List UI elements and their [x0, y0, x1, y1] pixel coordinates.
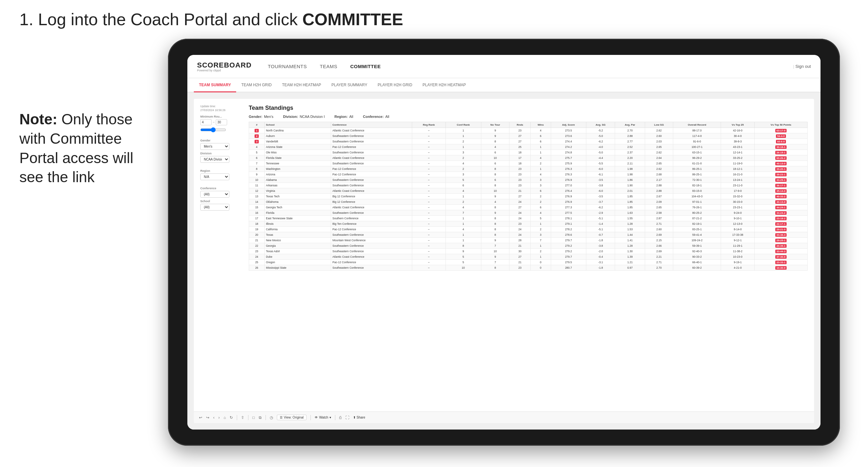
table-cell: –	[412, 183, 445, 188]
school-name: New Mexico	[265, 238, 331, 243]
table-cell: 104-43-3	[673, 194, 721, 199]
nav-teams[interactable]: TEAMS	[320, 64, 337, 69]
subnav-player-summary[interactable]: PLAYER SUMMARY	[326, 78, 372, 92]
subnav-player-h2h-heatmap[interactable]: PLAYER H2H HEATMAP	[417, 78, 471, 92]
school-name: Florida State	[265, 155, 331, 161]
table-cell: 16-21-0	[721, 172, 754, 177]
forward-icon[interactable]: ›	[218, 415, 220, 420]
table-cell: 2.88	[645, 188, 673, 194]
subnav-team-h2h-heatmap[interactable]: TEAM H2H HEATMAP	[277, 78, 326, 92]
reload-icon[interactable]: ↻	[230, 415, 233, 420]
table-cell: 61-21-0	[673, 161, 721, 166]
table-cell: 23	[509, 128, 530, 133]
sign-out-button[interactable]: Sign out	[793, 64, 811, 69]
min-rounds-input-1[interactable]	[200, 119, 212, 125]
home-icon[interactable]: ⌂	[223, 415, 226, 420]
undo-icon[interactable]: ↩	[199, 415, 202, 420]
subnav-team-h2h-grid[interactable]: TEAM H2H GRID	[236, 78, 277, 92]
table-row: 4Arizona StatePac-12 Conference–14251274…	[249, 144, 808, 150]
table-cell: -4.0	[586, 144, 615, 150]
subnav-team-summary[interactable]: TEAM SUMMARY	[194, 78, 236, 92]
back-icon[interactable]: ‹	[213, 415, 215, 420]
table-cell: 280.7	[551, 265, 586, 271]
table-cell: 1	[530, 144, 551, 150]
table-cell: 1	[445, 216, 481, 221]
tablet-frame: SCOREBOARD Powered by clippd TOURNAMENTS…	[168, 39, 840, 446]
table-cell: -5.1	[586, 216, 615, 221]
gender-select[interactable]: Men's	[200, 143, 229, 150]
school-name: Illinois	[265, 221, 331, 227]
table-cell: -6.2	[586, 139, 615, 144]
table-cell: -0.7	[586, 232, 615, 238]
table-cell: 11-38-2	[721, 249, 754, 254]
table-cell: –	[412, 199, 445, 205]
table-cell: 279.2	[551, 249, 586, 254]
scoreboard-logo: SCOREBOARD Powered by clippd	[197, 61, 252, 72]
update-time: Update time: 27/03/2024 16:56:26	[200, 105, 239, 113]
table-cell: 1.44	[615, 232, 645, 238]
table-cell: 10	[249, 177, 265, 183]
table-cell: –	[412, 210, 445, 216]
table-cell: 273.5	[551, 128, 586, 133]
table-cell: 59-41-4	[673, 232, 721, 238]
table-cell: 7	[481, 243, 509, 249]
watch-button[interactable]: 👁 Watch ▾	[315, 416, 331, 419]
table-cell: 2	[530, 194, 551, 199]
school-select[interactable]: (All)	[200, 204, 229, 211]
table-cell: 4	[530, 128, 551, 133]
table-cell: –	[412, 238, 445, 243]
table-cell: 1	[445, 221, 481, 227]
col-rank: #	[249, 122, 265, 128]
school-name: Ole Miss	[265, 150, 331, 155]
print-icon[interactable]: ⎙	[339, 415, 341, 420]
table-cell: 274.8	[551, 150, 586, 155]
min-rounds-input-2[interactable]	[216, 119, 227, 125]
conference-name: Big Ten Conference	[331, 221, 412, 227]
share-button[interactable]: ⬆ Share	[353, 416, 365, 419]
subnav-player-h2h-grid[interactable]: PLAYER H2H GRID	[372, 78, 417, 92]
min-rounds-slider[interactable]	[200, 127, 226, 132]
table-cell: 5	[445, 260, 481, 265]
table-cell: 8	[481, 166, 509, 172]
table-cell: 24	[509, 227, 530, 232]
view-label: View: Original	[284, 416, 304, 419]
timer-icon[interactable]: ◷	[270, 415, 273, 420]
table-cell: 5	[445, 177, 481, 183]
tabs-icon[interactable]: ⧉	[259, 415, 262, 420]
share-icon[interactable]: ⇧	[241, 415, 244, 420]
table-cell: 1.98	[615, 166, 645, 172]
region-select[interactable]: N/A	[200, 174, 229, 180]
view-original-button[interactable]: ☰ View: Original	[277, 415, 307, 420]
col-vs-top-50: Vs Top 50 Points	[754, 122, 808, 128]
conference-name: Southeastern Conference	[331, 161, 412, 166]
table-cell: 8	[481, 183, 509, 188]
table-cell: 276.9	[551, 177, 586, 183]
table-row: 12VirginiaAtlantic Coast Conference–4102…	[249, 188, 808, 194]
redo-icon[interactable]: ↪	[206, 415, 209, 420]
table-cell: 9	[481, 133, 509, 139]
conference-name: Pac-12 Conference	[331, 166, 412, 172]
division-control: Division NCAA Division I	[200, 152, 239, 163]
table-cell: 2.15	[645, 238, 673, 243]
table-cell: 18	[509, 161, 530, 166]
school-name: Georgia Tech	[265, 205, 331, 210]
table-cell: 7	[445, 210, 481, 216]
school-name: Texas Tech	[265, 194, 331, 199]
nav-tournaments[interactable]: TOURNAMENTS	[268, 64, 307, 69]
table-cell: 275.9	[551, 161, 586, 166]
table-cell: 1.85	[615, 194, 645, 199]
table-cell: 8	[481, 139, 509, 144]
division-select[interactable]: NCAA Division I	[200, 156, 229, 163]
table-cell: 278.2	[551, 227, 586, 232]
table-cell: 4	[445, 188, 481, 194]
table-cell: 279.5	[551, 260, 586, 265]
table-cell: 97-01-1	[673, 199, 721, 205]
bookmark-icon[interactable]: □	[252, 415, 254, 420]
fullscreen-icon[interactable]: ⛶	[345, 415, 349, 420]
table-cell: 30-18-1	[754, 144, 808, 150]
table-cell: 17	[249, 216, 265, 221]
nav-committee[interactable]: COMMITTEE	[350, 64, 381, 69]
table-cell: 2.58	[645, 210, 673, 216]
table-cell: 17-33-38	[721, 232, 754, 238]
conference-select[interactable]: (All)	[200, 191, 229, 198]
